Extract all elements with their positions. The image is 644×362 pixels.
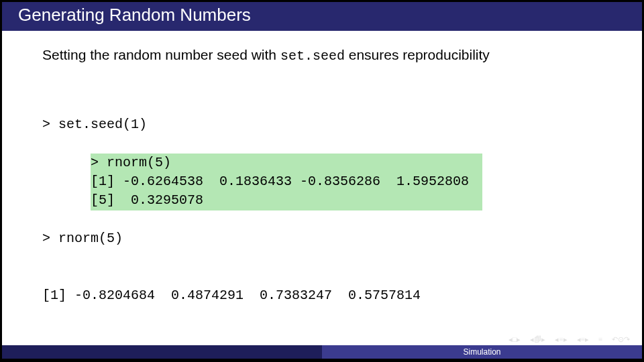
nav-next-icon[interactable]: ◂≡▸ — [555, 335, 567, 344]
intro-pre: Setting the random number seed with — [42, 47, 280, 62]
nav-icons: ◂□▸ ◂🗐▸ ◂≡▸ ◂≡▸ ≡ ↶⊙↷ — [508, 335, 630, 344]
footer-left — [2, 345, 322, 359]
intro-code: set.seed — [280, 48, 345, 64]
slide-title: Generating Random Numbers — [2, 2, 642, 31]
slide: Generating Random Numbers Setting the ra… — [2, 2, 642, 359]
code-line: > set.seed(1) — [42, 115, 602, 134]
code-line-highlight: [5] 0.3295078 — [91, 191, 482, 210]
code-block: > set.seed(1) > rnorm(5) [1] -0.6264538 … — [42, 77, 602, 362]
footer-bar: Simulation — [2, 345, 642, 359]
nav-fullscreen-icon[interactable]: ≡ — [598, 335, 602, 344]
code-line: [1] -0.8204684 0.4874291 0.7383247 0.575… — [42, 286, 602, 305]
intro-text: Setting the random number seed with set.… — [42, 47, 602, 64]
nav-first-icon[interactable]: ◂□▸ — [508, 335, 521, 344]
nav-section-icon[interactable]: ◂≡▸ — [577, 335, 589, 344]
code-line-highlight: > rnorm(5) — [91, 154, 482, 172]
intro-post: ensures reproducibility — [345, 47, 490, 62]
code-line-highlight: [1] -0.6264538 0.1836433 -0.8356286 1.59… — [91, 172, 482, 191]
nav-prev-icon[interactable]: ◂🗐▸ — [530, 335, 545, 344]
code-line: > rnorm(5) — [42, 229, 602, 248]
nav-back-icon[interactable]: ↶⊙↷ — [612, 335, 630, 344]
slide-content: Setting the random number seed with set.… — [2, 31, 642, 362]
footer-title: Simulation — [322, 345, 642, 359]
